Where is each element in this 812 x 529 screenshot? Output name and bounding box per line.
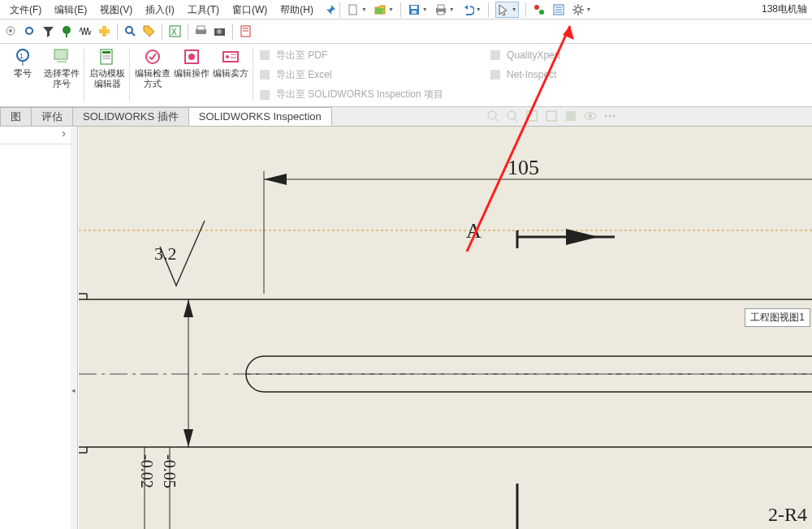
panel-expand-button[interactable] (0, 127, 71, 144)
svg-point-52 (226, 55, 229, 58)
label: QualityXpert (507, 49, 560, 61)
new-button[interactable]: ▼ (347, 3, 367, 16)
menu-bar: 文件(F) 编辑(E) 视图(V) 插入(I) 工具(T) 窗口(W) 帮助(H… (0, 0, 812, 19)
svg-rect-55 (260, 50, 270, 60)
svg-point-24 (26, 28, 32, 34)
edit-inspection-button[interactable]: 编辑检查方式 (133, 47, 172, 89)
open-button[interactable]: ▼ (374, 3, 394, 16)
edit-vendor-button[interactable]: 编辑卖方 (211, 47, 250, 79)
qualityxpert-button[interactable]: QualityXpert (489, 46, 560, 64)
tab-strip: 图 评估 SOLIDWORKS 插件 SOLIDWORKS Inspection (0, 107, 812, 127)
pin-icon[interactable] (325, 4, 336, 15)
ribbon-ext-group: QualityXpert Net-Inspect . (448, 44, 565, 106)
svg-line-21 (574, 12, 576, 14)
part-number-button[interactable]: 1 零号 (3, 47, 42, 79)
svg-point-23 (9, 29, 12, 32)
tab-drawing[interactable]: 图 (0, 107, 32, 126)
tolerance-1: -0.02 (137, 454, 156, 488)
svg-point-7 (534, 5, 539, 10)
select-button[interactable]: ▼ (495, 2, 519, 18)
drawing-canvas[interactable]: 105 A 3.2 -0.02 -0.05 2-R4 工程图视图1 (79, 127, 812, 529)
rebuild-button[interactable] (533, 3, 546, 16)
separator (525, 2, 526, 17)
menu-view[interactable]: 视图(V) (93, 0, 139, 19)
label: 编辑检查方式 (133, 68, 172, 89)
export-pdf-button[interactable]: 导出至 PDF (258, 46, 443, 64)
ribbon-group-template: 启动模板编辑器 (84, 44, 130, 106)
label: Net-Inspect (507, 69, 556, 80)
svg-rect-34 (197, 26, 205, 30)
camera-icon[interactable] (213, 24, 227, 38)
svg-point-25 (63, 26, 71, 34)
drawing-view-label: 工程图视图1 (745, 308, 810, 327)
tab-inspection[interactable]: SOLIDWORKS Inspection (188, 107, 332, 126)
svg-line-19 (581, 12, 582, 14)
display-style-icon[interactable] (564, 109, 578, 123)
svg-point-69 (605, 115, 607, 118)
balloon-settings-icon[interactable] (4, 24, 18, 38)
menu-insert[interactable]: 插入(I) (139, 0, 180, 19)
svg-rect-56 (260, 70, 270, 80)
plus-icon[interactable] (97, 24, 111, 38)
menu-edit[interactable]: 编辑(E) (48, 0, 93, 19)
svg-point-62 (508, 111, 516, 119)
hide-show-icon[interactable] (583, 109, 598, 123)
svg-rect-45 (102, 51, 110, 54)
export-solidworks-button[interactable]: 导出至 SOLIDWORKS Inspection 项目 (258, 86, 443, 104)
print-icon[interactable] (194, 24, 208, 38)
svg-point-71 (613, 115, 615, 118)
zoom-fit-icon[interactable] (486, 109, 500, 123)
panel-collapse-handle[interactable] (71, 127, 78, 529)
svg-text:1: 1 (19, 52, 24, 60)
svg-line-61 (495, 118, 499, 122)
zoom-area-icon[interactable] (505, 109, 520, 123)
svg-point-36 (217, 29, 222, 34)
svg-marker-77 (566, 229, 598, 245)
svg-point-50 (188, 54, 195, 60)
filter-icon[interactable] (41, 24, 55, 38)
waveform-icon[interactable] (79, 24, 93, 38)
netinspect-button[interactable]: Net-Inspect (489, 66, 560, 84)
surface-finish-value: 3.2 (154, 243, 177, 264)
note-2r4: 2-R4 (768, 504, 807, 526)
ribbon-export-group: 导出至 PDF 导出至 Excel 导出至 SOLIDWORKS Inspect… (253, 44, 448, 106)
excel-icon[interactable]: X (168, 24, 182, 38)
pan-icon[interactable] (525, 109, 539, 123)
print-button[interactable]: ▼ (434, 3, 455, 16)
svg-rect-64 (527, 111, 537, 121)
menu-tools[interactable]: 工具(T) (181, 0, 226, 19)
balloon-marker-icon[interactable] (60, 24, 74, 38)
gear-icon[interactable] (23, 24, 37, 38)
separator (232, 24, 233, 40)
save-button[interactable]: ▼ (408, 3, 428, 16)
separator (400, 2, 401, 17)
tab-evaluate[interactable]: 评估 (31, 107, 73, 126)
svg-point-70 (609, 115, 611, 118)
section-label-a: A (466, 219, 482, 243)
svg-point-68 (589, 114, 592, 118)
magnifier-icon[interactable] (123, 24, 137, 38)
report-icon[interactable] (239, 24, 253, 38)
tag-icon[interactable] (142, 24, 156, 38)
label: 零号 (14, 68, 32, 79)
tab-plugins[interactable]: SOLIDWORKS 插件 (72, 107, 189, 126)
menu-file[interactable]: 文件(F) (3, 0, 48, 19)
select-part-number-button[interactable]: 选择零件序号 (42, 47, 81, 89)
svg-line-18 (574, 6, 576, 7)
svg-marker-92 (184, 429, 193, 447)
svg-rect-28 (99, 29, 110, 33)
more-icon[interactable] (603, 109, 617, 123)
view-toolbar (486, 109, 617, 123)
svg-rect-65 (546, 111, 556, 121)
edit-operation-button[interactable]: 编辑操作 (172, 47, 211, 79)
options-list-button[interactable] (552, 3, 565, 16)
label: 导出至 Excel (276, 68, 332, 82)
menu-window[interactable]: 窗口(W) (226, 0, 274, 19)
undo-button[interactable]: ▼ (461, 3, 482, 16)
settings-button[interactable]: ▼ (572, 3, 592, 16)
export-excel-button[interactable]: 导出至 Excel (258, 66, 443, 84)
view-orient-icon[interactable] (544, 109, 559, 123)
svg-rect-66 (566, 111, 576, 121)
template-editor-button[interactable]: 启动模板编辑器 (88, 47, 127, 89)
menu-help[interactable]: 帮助(H) (274, 0, 320, 19)
